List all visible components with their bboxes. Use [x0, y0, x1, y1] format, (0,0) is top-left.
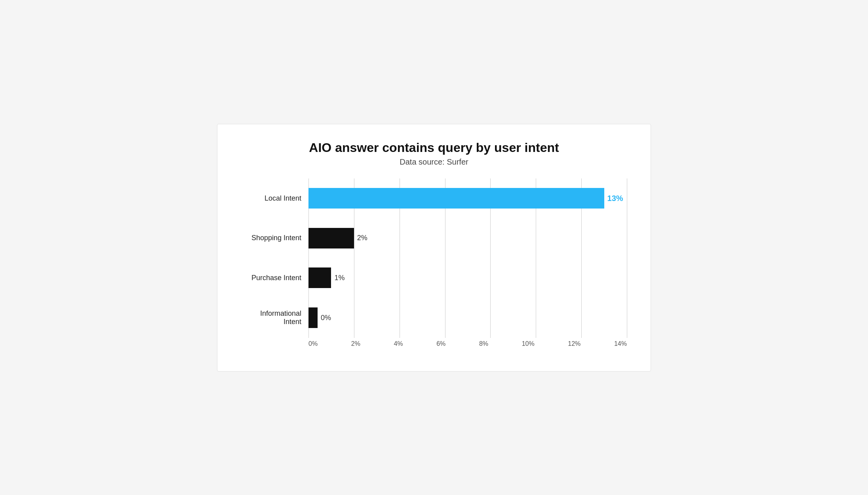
bar-row: Shopping Intent2%	[241, 222, 627, 254]
x-tick: 6%	[436, 340, 445, 347]
bar-track: 0%	[308, 307, 627, 328]
bar-track: 13%	[308, 188, 627, 209]
x-tick: 4%	[394, 340, 403, 347]
bar-track: 1%	[308, 267, 627, 288]
chart-title: AIO answer contains query by user intent	[241, 140, 627, 155]
chart-subtitle: Data source: Surfer	[241, 157, 627, 167]
x-tick: 10%	[522, 340, 535, 347]
bar-track: 2%	[308, 228, 627, 248]
chart-container: AIO answer contains query by user intent…	[217, 124, 651, 372]
x-tick: 14%	[614, 340, 627, 347]
bar-label: Shopping Intent	[241, 234, 308, 242]
bar-row: Local Intent13%	[241, 182, 627, 214]
bars-rows: Local Intent13%Shopping Intent2%Purchase…	[241, 178, 627, 338]
bar-fill	[308, 188, 604, 209]
bar-value: 1%	[334, 274, 345, 282]
bar-label: Informational Intent	[241, 309, 308, 326]
bar-label: Local Intent	[241, 194, 308, 203]
bar-value: 2%	[357, 234, 367, 242]
bar-fill	[308, 267, 331, 288]
bar-label: Purchase Intent	[241, 274, 308, 282]
bar-fill	[308, 307, 318, 328]
x-tick: 0%	[308, 340, 318, 347]
x-axis: 0%2%4%6%8%10%12%14%	[308, 340, 627, 347]
x-tick: 12%	[568, 340, 581, 347]
grid-line	[627, 178, 627, 338]
bar-value: 13%	[607, 194, 623, 203]
grid-and-bars: Local Intent13%Shopping Intent2%Purchase…	[241, 178, 627, 338]
bar-row: Informational Intent0%	[241, 302, 627, 334]
x-tick: 2%	[351, 340, 360, 347]
chart-area: Local Intent13%Shopping Intent2%Purchase…	[241, 178, 627, 347]
bar-row: Purchase Intent1%	[241, 262, 627, 294]
x-tick: 8%	[479, 340, 488, 347]
bar-fill	[308, 228, 354, 248]
bar-value: 0%	[321, 314, 331, 322]
